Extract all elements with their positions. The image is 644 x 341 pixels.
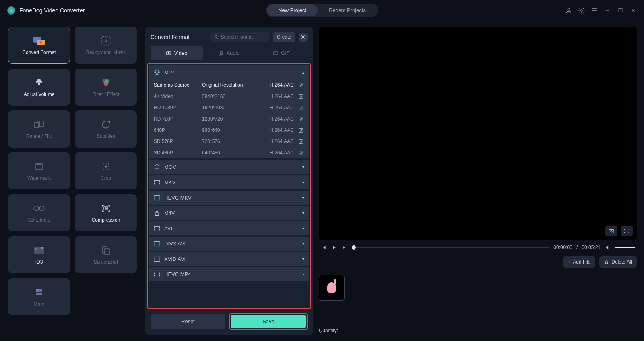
format-option[interactable]: HD 720P1280*720H.264,AAC <box>149 113 309 125</box>
tab-recent-projects[interactable]: Recent Projects <box>318 4 377 16</box>
format-option[interactable]: Same as SourceOriginal ResolutionH.264,A… <box>149 79 309 91</box>
camera-icon <box>608 228 615 234</box>
film-icon <box>154 241 160 247</box>
edit-format-button[interactable] <box>297 150 304 156</box>
save-button[interactable]: Save <box>231 315 306 328</box>
tile-rotate[interactable]: Rotate / Flip <box>8 110 70 148</box>
format-group-divx-avi: DIVX AVI▾ <box>149 237 309 251</box>
tile-watermark[interactable]: Watermark <box>8 152 70 189</box>
edit-format-button[interactable] <box>297 105 304 110</box>
minimize-button[interactable] <box>604 7 611 14</box>
gif-icon <box>273 50 279 56</box>
svg-point-37 <box>157 73 157 74</box>
account-icon[interactable] <box>565 7 572 14</box>
project-tabs: New Project Recent Projects <box>266 4 378 17</box>
menu-icon[interactable] <box>591 7 598 14</box>
tile-more[interactable]: More <box>8 278 70 315</box>
speaker-icon <box>605 245 611 250</box>
edit-format-button[interactable] <box>297 139 304 144</box>
tile-id3[interactable]: ID3 <box>8 236 70 273</box>
format-header[interactable]: DIVX AVI▾ <box>149 237 309 251</box>
tile-screenshot[interactable]: Screenshot <box>75 236 137 273</box>
format-option[interactable]: 4K Video3840*2160H.264,AAC <box>149 91 309 102</box>
tile-label: Adjust Volume <box>24 91 55 97</box>
format-option[interactable]: HD 1080P1920*1080H.264,AAC <box>149 102 309 113</box>
svg-rect-28 <box>39 293 42 295</box>
create-button[interactable]: Create <box>273 32 295 42</box>
snapshot-button[interactable] <box>605 226 617 236</box>
svg-point-22 <box>42 247 43 248</box>
tile-subtitles[interactable]: Subtitles <box>75 110 137 148</box>
edit-format-button[interactable] <box>297 116 304 122</box>
reset-button[interactable]: Reset <box>151 314 225 329</box>
svg-point-29 <box>215 35 217 38</box>
plus-icon: + <box>568 259 570 265</box>
add-file-button[interactable]: +Add File <box>563 256 595 268</box>
tile-music[interactable]: Background Music <box>75 27 137 64</box>
format-header[interactable]: HEVC MKV▾ <box>149 191 309 205</box>
music-icon <box>99 35 112 46</box>
close-button[interactable] <box>630 7 637 14</box>
maximize-button[interactable] <box>617 7 624 14</box>
format-header[interactable]: XVID AVI▾ <box>149 252 309 266</box>
tile-3d[interactable]: 3D Effects <box>8 194 70 231</box>
tile-label: Rotate / Flip <box>26 133 52 139</box>
format-header[interactable]: AVI▾ <box>149 221 309 235</box>
format-header[interactable]: MP4▴ <box>149 65 309 79</box>
time-current: 00:00:00 <box>553 245 572 250</box>
edit-icon <box>298 139 303 144</box>
format-tab-audio[interactable]: Audio <box>203 46 255 60</box>
audio-icon <box>218 50 224 56</box>
id3-icon <box>33 245 45 256</box>
chevron-down-icon: ▾ <box>302 272 304 277</box>
tile-label: More <box>33 301 44 307</box>
tile-volume[interactable]: Adjust Volume <box>8 69 70 106</box>
fullscreen-button[interactable] <box>621 226 633 236</box>
close-panel-button[interactable]: ✕ <box>299 33 308 42</box>
film-icon <box>154 195 160 201</box>
tile-compress[interactable]: Compression <box>75 194 137 231</box>
mute-button[interactable] <box>605 244 611 251</box>
svg-rect-33 <box>274 51 278 54</box>
delete-all-button[interactable]: Delete All <box>599 256 637 268</box>
format-group-hevc-mp4: HEVC MP4▾ <box>149 267 309 281</box>
film-icon <box>154 272 160 277</box>
tile-filter[interactable]: Filter / Effect <box>75 69 137 106</box>
format-group-mp4: MP4▴Same as SourceOriginal ResolutionH.2… <box>149 65 309 158</box>
search-format-input[interactable] <box>210 32 270 42</box>
settings-icon[interactable] <box>578 7 585 14</box>
tile-convert[interactable]: Convert Format <box>8 27 70 64</box>
format-header[interactable]: HEVC MP4▾ <box>149 267 309 281</box>
svg-rect-49 <box>155 213 159 215</box>
tab-new-project[interactable]: New Project <box>267 4 318 16</box>
edit-format-button[interactable] <box>297 83 304 88</box>
play-button[interactable] <box>331 244 337 251</box>
video-preview <box>319 27 637 240</box>
format-option[interactable]: SD 480P640*480H.264,AAC <box>149 147 309 158</box>
format-header[interactable]: MKV▾ <box>149 175 309 189</box>
tile-label: Filter / Effect <box>92 91 119 97</box>
format-option[interactable]: 640P960*640H.264,AAC <box>149 125 309 136</box>
format-header[interactable]: MOV▾ <box>149 160 309 174</box>
rotate-icon <box>33 119 45 130</box>
progress-knob[interactable] <box>352 245 356 250</box>
format-option[interactable]: SD 576P720*576H.264,AAC <box>149 136 309 147</box>
volume-slider[interactable] <box>615 247 635 248</box>
edit-format-button[interactable] <box>297 94 304 99</box>
format-tab-gif[interactable]: GIF <box>255 46 308 60</box>
progress-bar[interactable] <box>352 247 549 248</box>
search-icon <box>214 35 218 40</box>
chevron-down-icon: ▾ <box>302 257 304 261</box>
format-tab-video[interactable]: Video <box>151 46 203 60</box>
tile-crop[interactable]: Crop <box>75 152 137 189</box>
edit-format-button[interactable] <box>297 128 304 133</box>
format-header[interactable]: M4V▾ <box>149 206 309 220</box>
next-button[interactable] <box>341 244 348 251</box>
queue-item[interactable] <box>319 275 345 301</box>
svg-rect-6 <box>102 37 110 45</box>
prev-button[interactable] <box>320 244 327 251</box>
tile-label: Compression <box>92 217 120 223</box>
tile-label: ID3 <box>35 259 43 265</box>
panel-title: Convert Format <box>151 34 207 40</box>
format-group-mkv: MKV▾ <box>149 175 309 189</box>
